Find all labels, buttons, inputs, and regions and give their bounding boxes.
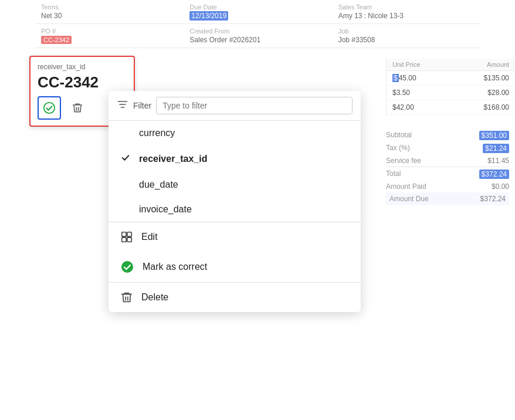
svg-rect-4	[122, 232, 126, 236]
mark-correct-icon	[120, 260, 134, 274]
mark-as-correct-action[interactable]: Mark as correct	[109, 252, 361, 282]
svg-rect-7	[127, 238, 131, 242]
due-date-menu-label: due_date	[139, 179, 178, 190]
currency-label: currency	[139, 128, 175, 138]
receiver-tax-id-label: receiver_tax_id	[139, 154, 208, 164]
edit-action[interactable]: Edit	[109, 222, 361, 252]
edit-icon	[120, 231, 133, 243]
svg-rect-6	[122, 238, 126, 242]
tooltip-field-name: receiver_tax_id	[38, 63, 127, 71]
svg-point-8	[121, 261, 133, 273]
menu-item-invoice-date[interactable]: invoice_date	[109, 197, 361, 222]
menu-item-due-date[interactable]: due_date	[109, 172, 361, 197]
filter-input[interactable]	[156, 97, 353, 114]
svg-rect-5	[127, 232, 131, 236]
tooltip-trash-button[interactable]	[66, 96, 89, 120]
delete-action[interactable]: Delete	[109, 283, 361, 312]
delete-icon	[120, 291, 133, 304]
edit-label: Edit	[141, 232, 158, 242]
delete-section: Delete	[109, 283, 361, 312]
tooltip-field-value: CC-2342	[38, 73, 127, 92]
receiver-tax-id-check-icon	[120, 153, 132, 165]
filter-bar: Filter	[109, 91, 361, 121]
menu-item-currency[interactable]: currency	[109, 121, 361, 145]
tooltip-check-button[interactable]	[38, 96, 61, 120]
menu-items-section: currency receiver_tax_id due_date invoic…	[109, 121, 361, 222]
filter-label: Filter	[133, 101, 151, 110]
trash-icon	[72, 102, 83, 114]
context-menu: Filter currency receiver_tax_id due_date…	[109, 91, 361, 312]
menu-item-receiver-tax-id[interactable]: receiver_tax_id	[109, 145, 361, 172]
check-circle-icon	[43, 101, 56, 114]
action-section: Edit Mark as correct	[109, 222, 361, 283]
filter-icon	[117, 99, 128, 113]
mark-correct-label: Mark as correct	[143, 262, 207, 272]
svg-point-0	[44, 103, 55, 113]
delete-label: Delete	[141, 292, 168, 303]
invoice-date-label: invoice_date	[139, 204, 192, 215]
